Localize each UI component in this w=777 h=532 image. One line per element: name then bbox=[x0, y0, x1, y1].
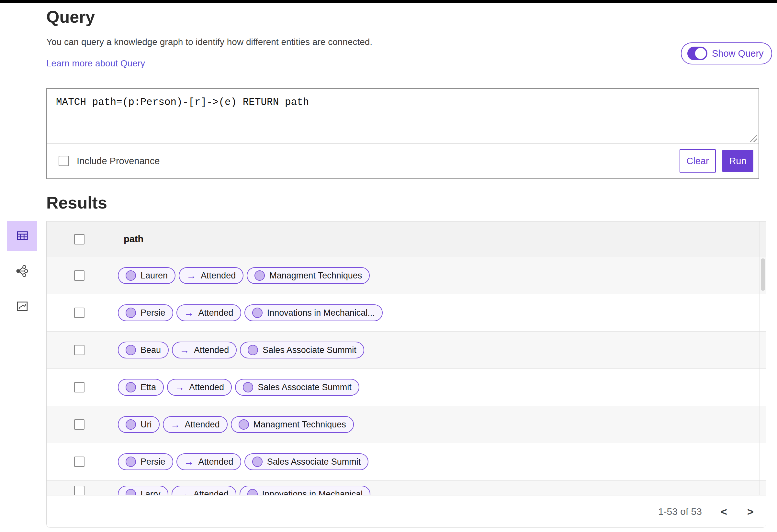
learn-more-link[interactable]: Learn more about Query bbox=[46, 58, 145, 69]
target-node-pill[interactable]: Managment Techniques bbox=[231, 416, 354, 433]
graph-icon bbox=[15, 264, 29, 279]
query-footer: Include Provenance Clear Run bbox=[47, 143, 759, 179]
edge-label: Attended bbox=[201, 271, 236, 281]
row-checkbox[interactable] bbox=[74, 308, 85, 318]
edge-pill[interactable]: →Attended bbox=[172, 342, 237, 358]
pagination-range: 1-53 of 53 bbox=[658, 506, 702, 517]
source-node-label: Larry bbox=[140, 489, 160, 496]
edge-label: Attended bbox=[185, 420, 220, 430]
path-column-header: path bbox=[124, 234, 143, 244]
source-node-pill[interactable]: Uri bbox=[118, 416, 159, 433]
target-node-label: Innovations in Mechanical bbox=[262, 489, 363, 496]
node-circle-icon bbox=[126, 382, 136, 393]
run-button[interactable]: Run bbox=[722, 150, 753, 172]
source-node-pill[interactable]: Beau bbox=[118, 342, 169, 358]
source-node-pill[interactable]: Lauren bbox=[118, 267, 176, 284]
node-circle-icon bbox=[252, 308, 262, 318]
scrollbar-thumb[interactable] bbox=[761, 258, 765, 291]
target-node-pill[interactable]: Innovations in Mechanical... bbox=[244, 304, 383, 321]
edge-label: Attended bbox=[199, 457, 233, 467]
source-node-pill[interactable]: Persie bbox=[118, 453, 173, 470]
table-icon bbox=[15, 229, 29, 243]
target-node-pill[interactable]: Managment Techniques bbox=[247, 267, 370, 284]
arrow-right-icon: → bbox=[184, 456, 194, 467]
query-editor-panel: MATCH path=(p:Person)-[r]->(e) RETURN pa… bbox=[46, 88, 759, 179]
edge-label: Attended bbox=[189, 383, 224, 393]
source-node-label: Lauren bbox=[140, 271, 168, 281]
row-checkbox[interactable] bbox=[74, 456, 85, 467]
arrow-right-icon: → bbox=[171, 419, 180, 430]
scrollbar-header-track bbox=[760, 221, 766, 257]
target-node-pill[interactable]: Sales Associate Summit bbox=[240, 342, 364, 358]
node-circle-icon bbox=[126, 308, 136, 318]
page-description: You can query a knowledge graph to ident… bbox=[46, 37, 372, 47]
target-node-pill[interactable]: Innovations in Mechanical bbox=[240, 486, 371, 496]
source-node-pill[interactable]: Larry bbox=[118, 486, 169, 496]
target-node-label: Managment Techniques bbox=[269, 271, 362, 281]
target-node-label: Sales Associate Summit bbox=[267, 457, 361, 467]
table-row: Lauren →Attended Managment Techniques bbox=[46, 257, 766, 294]
table-row: Etta →Attended Sales Associate Summit bbox=[46, 369, 766, 406]
edge-pill[interactable]: →Attended bbox=[177, 453, 241, 470]
edge-pill[interactable]: →Attended bbox=[172, 486, 236, 496]
node-circle-icon bbox=[247, 489, 258, 496]
results-title: Results bbox=[46, 193, 107, 212]
edge-pill[interactable]: →Attended bbox=[167, 379, 232, 396]
arrow-right-icon: → bbox=[180, 344, 189, 355]
edge-pill[interactable]: →Attended bbox=[177, 304, 241, 321]
top-black-bar bbox=[0, 0, 777, 3]
show-query-toggle[interactable]: Show Query bbox=[681, 42, 772, 65]
edge-pill[interactable]: →Attended bbox=[179, 267, 243, 284]
edge-label: Attended bbox=[194, 345, 229, 355]
edge-pill[interactable]: →Attended bbox=[163, 416, 228, 433]
chart-view-button[interactable] bbox=[7, 292, 37, 322]
target-node-label: Sales Associate Summit bbox=[262, 345, 356, 355]
target-node-pill[interactable]: Sales Associate Summit bbox=[235, 379, 359, 396]
edge-label: Attended bbox=[199, 308, 233, 318]
row-checkbox[interactable] bbox=[74, 419, 85, 430]
table-row: Persie →Attended Innovations in Mechanic… bbox=[46, 294, 766, 332]
target-node-label: Managment Techniques bbox=[253, 420, 346, 430]
source-node-label: Persie bbox=[140, 457, 165, 467]
source-node-label: Uri bbox=[140, 420, 152, 430]
toggle-switch-icon[interactable] bbox=[687, 46, 707, 60]
row-checkbox[interactable] bbox=[74, 486, 85, 496]
select-all-checkbox[interactable] bbox=[74, 234, 85, 244]
select-all-cell bbox=[46, 221, 112, 257]
node-circle-icon bbox=[126, 419, 136, 430]
chevron-left-icon[interactable]: < bbox=[717, 504, 731, 519]
target-node-pill[interactable]: Sales Associate Summit bbox=[244, 453, 369, 470]
node-circle-icon bbox=[248, 345, 258, 355]
target-node-label: Sales Associate Summit bbox=[258, 383, 352, 393]
node-circle-icon bbox=[126, 271, 136, 281]
node-circle-icon bbox=[239, 419, 249, 430]
view-toolbar bbox=[7, 221, 37, 322]
arrow-right-icon: → bbox=[179, 489, 189, 496]
node-circle-icon bbox=[126, 345, 136, 355]
show-query-label: Show Query bbox=[712, 48, 764, 59]
node-circle-icon bbox=[126, 489, 136, 496]
arrow-right-icon: → bbox=[187, 270, 196, 281]
row-checkbox[interactable] bbox=[74, 271, 85, 281]
include-provenance-checkbox[interactable] bbox=[59, 156, 69, 166]
chevron-right-icon[interactable]: > bbox=[744, 504, 757, 519]
table-row: Beau →Attended Sales Associate Summit bbox=[46, 332, 766, 369]
source-node-pill[interactable]: Persie bbox=[118, 304, 173, 321]
table-row: Persie →Attended Sales Associate Summit bbox=[46, 443, 766, 481]
results-table: path Lauren →Attended Managment Techniqu… bbox=[46, 221, 766, 528]
page-title: Query bbox=[46, 7, 95, 26]
path-header-cell: path bbox=[112, 221, 766, 257]
row-checkbox[interactable] bbox=[74, 382, 85, 393]
query-input[interactable]: MATCH path=(p:Person)-[r]->(e) RETURN pa… bbox=[47, 89, 759, 143]
graph-view-button[interactable] bbox=[7, 256, 37, 287]
clear-button[interactable]: Clear bbox=[680, 149, 716, 173]
scrollbar-track-divider bbox=[760, 221, 760, 496]
source-node-pill[interactable]: Etta bbox=[118, 379, 164, 396]
table-body: Lauren →Attended Managment Techniques Pe… bbox=[46, 257, 766, 496]
table-row: Larry →Attended Innovations in Mechanica… bbox=[46, 481, 766, 496]
row-checkbox[interactable] bbox=[74, 345, 85, 355]
table-view-button[interactable] bbox=[7, 221, 37, 251]
include-provenance-label: Include Provenance bbox=[77, 156, 159, 167]
source-node-label: Beau bbox=[140, 345, 161, 355]
chart-icon bbox=[15, 300, 29, 314]
